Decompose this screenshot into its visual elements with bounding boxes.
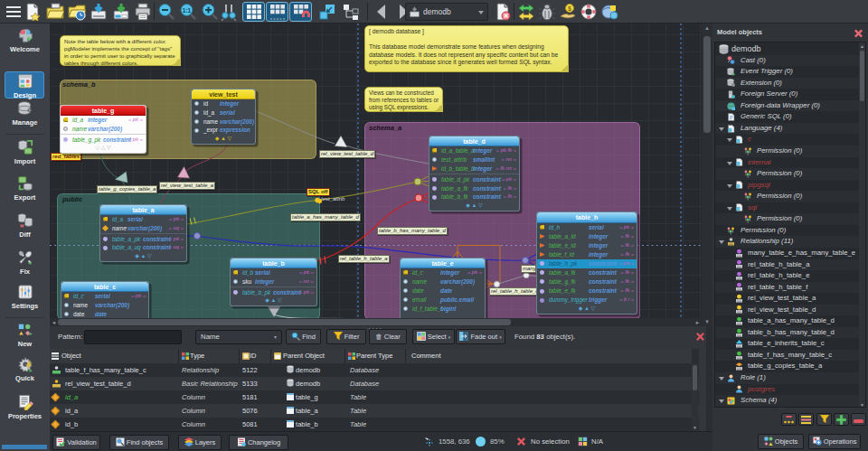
svg-text:1:1: 1:1 [183, 7, 192, 14]
svg-text:$: $ [568, 5, 571, 13]
